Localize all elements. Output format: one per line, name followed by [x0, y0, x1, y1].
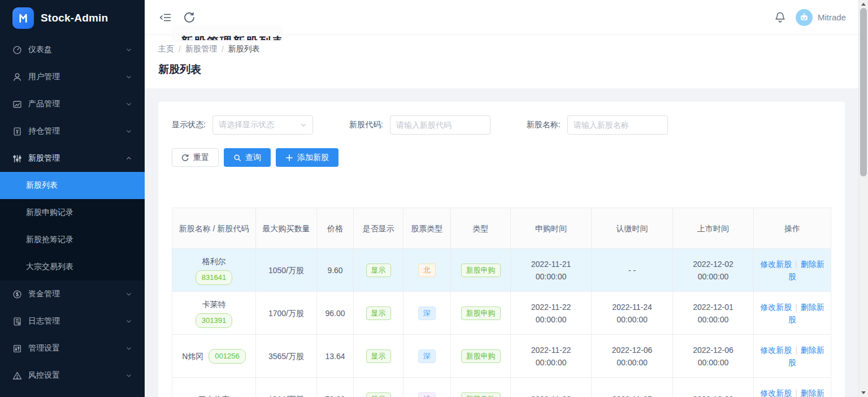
breadcrumb-new-stock-management[interactable]: 新股管理	[185, 44, 217, 54]
main-area: Mitrade 主页 / 新股管理 / 新股列表 新股列表 新股管理新股列表 显…	[145, 0, 868, 397]
action-divider: |	[795, 260, 797, 269]
filter-stock-name: 新股名称:	[527, 115, 668, 135]
action-divider: |	[795, 389, 797, 397]
user-menu[interactable]: Mitrade	[796, 9, 846, 26]
search-button[interactable]: 查询	[224, 148, 271, 167]
type-badge: 新股申购	[461, 307, 501, 320]
pay-time-line: 00:00:00	[596, 356, 668, 369]
apply-time-line: 2022-11-23	[515, 393, 587, 397]
listing-time-line: 2022-12-06	[678, 344, 749, 356]
breadcrumb-current: 新股列表	[228, 44, 260, 54]
table-body: 格利尔8316411050/万股9.60显示北新股申购2022-11-2100:…	[172, 249, 831, 397]
users-icon	[12, 72, 22, 82]
chevron-down-icon	[125, 101, 132, 107]
sidebar-item-product-management[interactable]: 产品管理	[0, 90, 145, 118]
delete-stock-link[interactable]: 删除新股	[788, 303, 824, 324]
edit-stock-link[interactable]: 修改新股	[760, 303, 792, 312]
positions-icon	[12, 127, 22, 136]
listing-time-line: 2022-12-02	[678, 258, 749, 270]
scrollbar-thumb[interactable]	[860, 8, 867, 176]
sidebar: Stock-Admin 仪表盘 用户管理 产品管理 持仓管理 新股管理 新股列表…	[0, 0, 145, 397]
apply-time-line: 00:00:00	[515, 356, 587, 369]
sidebar-subitem-block-trade-list[interactable]: 大宗交易列表	[0, 253, 145, 281]
market-cell: 深	[403, 335, 451, 378]
pay-time-line: - -	[596, 264, 668, 277]
sidebar-subitem-subscription-records[interactable]: 新股申购记录	[0, 199, 145, 226]
glitched-tab[interactable]: 新股管理新股列表	[173, 25, 281, 40]
listing-time-line: 2022-12-02	[678, 393, 749, 397]
edit-stock-link[interactable]: 修改新股	[760, 389, 792, 397]
sidebar-item-label: 管理设置	[28, 343, 60, 353]
name-wrap: 三未信安	[177, 393, 251, 397]
chevron-down-icon	[125, 372, 132, 379]
actions-cell: 修改新股|删除新股	[754, 292, 831, 335]
col-apply-time: 申购时间	[511, 208, 592, 249]
listing-time: 2022-12-0200:00:00	[673, 249, 754, 292]
delete-stock-link[interactable]: 删除新股	[788, 346, 824, 367]
app-logo-icon	[12, 7, 34, 29]
chevron-down-icon	[300, 122, 307, 128]
new-stock-icon	[12, 154, 22, 163]
app-logo[interactable]: Stock-Admin	[0, 0, 145, 36]
price: 96.00	[317, 292, 354, 335]
display-status-select[interactable]: 请选择显示状态	[212, 115, 313, 135]
type-badge: 新股申购	[461, 392, 501, 397]
select-placeholder: 请选择显示状态	[219, 120, 274, 130]
col-actions: 操作	[754, 208, 831, 249]
visible-cell: 显示	[354, 335, 403, 378]
name-code-cell: 格利尔831641	[172, 249, 256, 292]
stock-code-input[interactable]	[390, 115, 491, 135]
sidebar-item-label: 风控设置	[28, 370, 60, 381]
sidebar-item-log-management[interactable]: 日志管理	[0, 308, 145, 335]
col-price: 价格	[317, 208, 354, 249]
col-pay-time: 认缴时间	[592, 208, 673, 249]
max-buy-qty: 3565/万股	[256, 335, 317, 378]
visible-badge: 显示	[366, 392, 391, 397]
stock-name: 三未信安	[198, 393, 230, 397]
filter-label: 显示状态:	[172, 120, 206, 130]
listing-time-line: 00:00:00	[678, 270, 749, 283]
scrollbar-up-arrow[interactable]	[861, 3, 866, 6]
sidebar-item-funds-management[interactable]: 资金管理	[0, 281, 145, 308]
new-stock-submenu: 新股列表 新股申购记录 新股抢筹记录 大宗交易列表	[0, 172, 145, 281]
reset-button[interactable]: 重置	[172, 148, 219, 167]
edit-stock-link[interactable]: 修改新股	[760, 346, 792, 355]
apply-time: 2022-11-2200:00:00	[511, 292, 592, 335]
type-cell: 新股申购	[451, 249, 511, 292]
market-badge: 深	[418, 349, 436, 363]
breadcrumb-separator: /	[222, 45, 224, 54]
sidebar-item-risk-settings[interactable]: 风控设置	[0, 362, 145, 389]
apply-time-line: 00:00:00	[515, 270, 587, 283]
add-stock-button[interactable]: 添加新股	[276, 148, 338, 167]
delete-stock-link[interactable]: 删除新股	[788, 260, 824, 281]
risk-icon	[12, 371, 22, 381]
visible-badge: 显示	[366, 349, 391, 363]
sidebar-item-user-management[interactable]: 用户管理	[0, 63, 145, 90]
scrollbar-down-arrow[interactable]	[861, 391, 866, 394]
submenu-label: 新股列表	[26, 180, 58, 191]
collapse-sidebar-icon[interactable]	[159, 11, 172, 24]
chevron-down-icon	[125, 345, 132, 352]
edit-stock-link[interactable]: 修改新股	[760, 260, 792, 269]
delete-stock-link[interactable]: 删除新股	[788, 389, 824, 397]
market-cell: 北	[403, 249, 451, 292]
sidebar-subitem-grab-records[interactable]: 新股抢筹记录	[0, 226, 145, 253]
actions-cell: 修改新股|删除新股	[754, 249, 831, 292]
notifications-bell-icon[interactable]	[775, 11, 785, 23]
toolbar: 重置 查询 添加新股	[172, 148, 831, 167]
sidebar-item-dashboard[interactable]: 仪表盘	[0, 36, 145, 63]
stock-name: 卡莱特	[202, 298, 226, 310]
refresh-icon[interactable]	[183, 11, 196, 24]
filter-label: 新股名称:	[527, 120, 561, 130]
products-icon	[12, 100, 22, 109]
reset-icon	[181, 154, 189, 162]
sidebar-item-position-management[interactable]: 持仓管理	[0, 118, 145, 145]
stock-name-input[interactable]	[567, 115, 668, 135]
sidebar-item-admin-settings[interactable]: 管理设置	[0, 335, 145, 362]
sidebar-subitem-new-stock-list[interactable]: 新股列表	[0, 172, 145, 199]
plus-icon	[285, 154, 293, 162]
page-scrollbar[interactable]	[858, 0, 868, 397]
sidebar-item-new-stock-management[interactable]: 新股管理	[0, 145, 145, 172]
breadcrumb-home[interactable]: 主页	[158, 44, 174, 54]
apply-time: 2022-11-2200:00:00	[511, 335, 592, 378]
